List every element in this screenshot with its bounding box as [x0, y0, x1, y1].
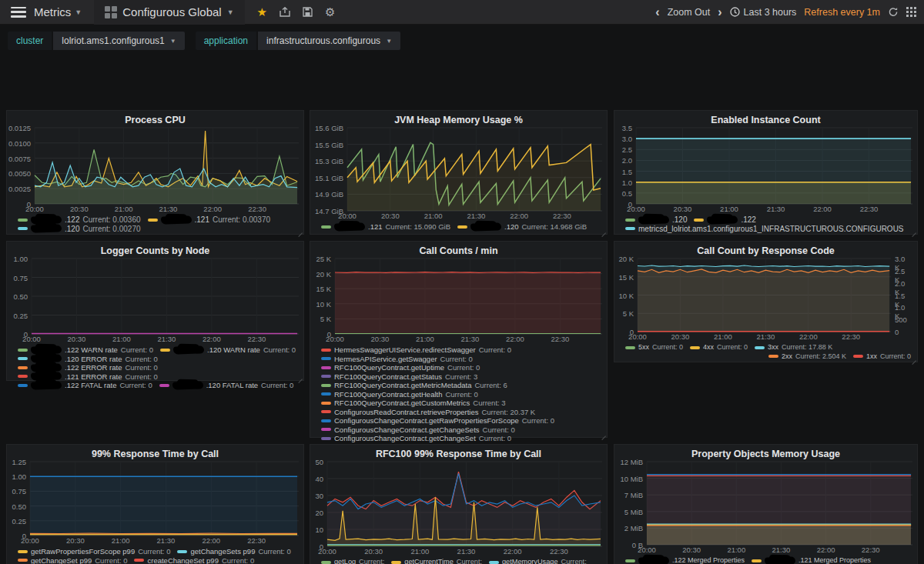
save-button[interactable] — [303, 7, 313, 17]
panel-resize-handle[interactable] — [601, 431, 606, 436]
legend-item[interactable]: RFC100QueryContract.getMetricMetadataCur… — [321, 381, 507, 390]
chart-plot[interactable]: 00.250.500.751.001.25 — [30, 462, 297, 536]
time-range-button[interactable]: Last 3 hours — [730, 7, 797, 18]
time-back-chevron-icon[interactable]: ‹ — [655, 6, 659, 18]
panel-title[interactable]: Process CPU — [7, 111, 303, 126]
refresh-icon[interactable] — [888, 7, 899, 17]
legend-item[interactable]: 4xxCurrent: 0 — [690, 343, 748, 352]
chart-plot[interactable]: 00.250.500.751.00 — [32, 259, 297, 334]
panel-title[interactable]: Call Count by Response Code — [614, 242, 917, 257]
settings-gear-icon[interactable]: ⚙ — [325, 5, 335, 19]
y-axis-tick-label: 20 — [310, 509, 323, 517]
panel-resize-handle[interactable] — [911, 355, 916, 361]
panel-resize-handle[interactable] — [297, 228, 303, 233]
legend-item[interactable]: .120Current: 0.00270 — [18, 225, 141, 234]
legend-swatch — [18, 375, 28, 378]
x-axis-tick-label: 22:00 — [799, 332, 818, 341]
panel-title[interactable]: Enabled Instance Count — [614, 111, 917, 126]
y-axis-tick-label: 1.25 — [7, 458, 26, 466]
legend-series-value: Current: 14.968 GiB — [522, 222, 588, 232]
chart-plot[interactable]: 00.51.01.52.02.53.03.5 — [636, 128, 911, 204]
variable-cluster-dropdown[interactable]: lolriot.ams1.configurous1 ▼ — [53, 32, 184, 50]
legend-item[interactable]: RFC100QueryContract.getStatusCurrent: 3 — [321, 372, 477, 382]
legend-item[interactable]: RFC100QueryContract.getCustomMetricsCurr… — [321, 399, 506, 408]
legend-item[interactable]: .120Current: 14.968 GiB — [457, 222, 587, 232]
panel-title[interactable]: Property Objects Memory Usage — [614, 445, 917, 460]
share-button[interactable] — [280, 7, 290, 17]
legend-item[interactable]: HermesAPIService.getSwaggerCurrent: 0 — [321, 355, 473, 364]
legend-swatch — [148, 219, 158, 222]
panel-99-response-time-by-call: 99% Response Time by Call00.250.500.751.… — [6, 444, 304, 564]
y-axis-tick-label: 5 MiB — [614, 508, 643, 516]
legend-item[interactable]: .121 Merged Properties — [752, 556, 871, 564]
legend-series-value: Current: 0 — [125, 363, 157, 372]
dashboard-picker[interactable]: Configurous Global ▼ — [94, 0, 244, 25]
legend-item[interactable]: RFC100QueryContract.getHealthCurrent: 0 — [321, 390, 478, 399]
legend-item[interactable]: 2xxCurrent: 2.504 K — [768, 352, 846, 362]
legend-item[interactable]: ConfigurousChangeContract.getChangeSetsC… — [321, 426, 515, 435]
panel-resize-handle[interactable] — [601, 228, 606, 233]
apps-grid-icon[interactable] — [906, 7, 916, 17]
legend-series-value: Current: 0 — [263, 345, 296, 355]
panel-title[interactable]: Call Counts / min — [310, 242, 607, 257]
legend-item[interactable]: 1xxCurrent: 0 — [853, 352, 911, 362]
x-axis-tick-label: 20:00 — [25, 205, 44, 213]
legend-item[interactable]: ConfigurousChangeContract.getChangeSetCu… — [321, 434, 511, 443]
x-axis-tick-label: 22:30 — [248, 205, 266, 213]
legend-series-name: .121 Merged Properties — [798, 556, 871, 564]
legend-item[interactable]: RFC100QueryContract.getUptimeCurrent: 0 — [321, 363, 480, 372]
metrics-menu[interactable]: Metrics ▼ — [34, 5, 89, 18]
legend-item[interactable]: .122 FATAL rateCurrent: 0 — [18, 381, 152, 390]
legend-item[interactable]: .122 Merged Properties — [625, 556, 745, 564]
refresh-interval-button[interactable]: Refresh every 1m — [804, 7, 880, 18]
legend-swatch — [755, 346, 765, 349]
legend-swatch — [321, 225, 331, 229]
y-axis-tick-label: 10 K — [614, 292, 634, 300]
legend-item[interactable]: .120 WARN rateCurrent: 0 — [160, 345, 296, 355]
legend-swatch — [321, 402, 331, 405]
variable-application-dropdown[interactable]: infrastructurous.configurous ▼ — [258, 32, 400, 50]
chart-plot[interactable]: 01020304050 — [327, 462, 601, 546]
panel-resize-handle[interactable] — [297, 374, 303, 379]
legend-series-value: Current: 3 — [445, 372, 477, 382]
legend-item[interactable]: .120 FATAL rateCurrent: 0 — [159, 381, 294, 390]
y-axis-tick-label: 10 K — [310, 300, 331, 309]
legend-item[interactable]: .120 — [625, 215, 687, 225]
legend-item[interactable]: getChangeSet p99Current: 0 — [18, 556, 127, 564]
legend-item[interactable]: metricsd_lolriot.ams1.configurous1_INFRA… — [625, 225, 904, 234]
legend-item[interactable]: getLogCurrent: — [321, 558, 384, 564]
x-axis-tick-label: 21:00 — [720, 205, 738, 213]
x-axis-tick-label: 21:00 — [410, 547, 429, 556]
legend-item[interactable]: getChangeSets p99Current: 0 — [177, 547, 290, 556]
time-forward-chevron-icon[interactable]: › — [718, 6, 721, 18]
panel-title[interactable]: 99% Response Time by Call — [7, 445, 303, 460]
chart-plot[interactable]: 00.00250.00500.00750.01000.0125 — [35, 128, 297, 204]
main-menu-icon[interactable] — [11, 7, 26, 18]
panel-title[interactable]: RFC100 99% Response Time by Call — [310, 445, 607, 460]
legend-item[interactable]: getMemoryUsageCurrent: — [489, 558, 587, 564]
chart-plot[interactable]: 0 B2 MiB5 MiB7 MiB10 MiB12 MiB — [647, 462, 911, 545]
legend-swatch — [18, 384, 28, 387]
legend-item[interactable]: ConfigurousChangeContract.getRawProperti… — [321, 416, 554, 426]
star-button[interactable]: ★ — [257, 5, 267, 19]
x-axis-tick-label: 21:30 — [461, 335, 480, 343]
legend-item[interactable]: getCurrentTimeCurrent: — [391, 558, 482, 564]
legend-item[interactable]: ConfigurousReadContract.retrieveProperti… — [321, 408, 535, 417]
legend-item[interactable]: 5xxCurrent: 0 — [625, 343, 683, 352]
legend-item[interactable]: createChangeSet p99Current: 0 — [134, 556, 254, 564]
legend-item[interactable]: 3xxCurrent: 17.88 K — [755, 343, 832, 352]
panel-title[interactable]: JVM Heap Memory Usage % — [310, 111, 607, 126]
legend-item[interactable]: .121Current: 0.00370 — [148, 215, 271, 225]
chart-plot[interactable]: 14.7 GiB14.9 GiB15.1 GiB15.3 GiB15.5 GiB… — [347, 128, 601, 211]
legend-item[interactable]: getRawPropertiesForScope p99Current: 0 — [18, 547, 170, 556]
panel-resize-handle[interactable] — [911, 228, 916, 233]
legend-series-name: RFC100QueryContract.getStatus — [334, 372, 442, 382]
legend-swatch — [489, 561, 499, 564]
chart-plot[interactable]: 05 K10 K15 K20 K25 K — [335, 259, 601, 334]
zoom-out-button[interactable]: Zoom Out — [668, 7, 711, 18]
legend-item[interactable]: .122 — [694, 215, 755, 225]
legend-item[interactable]: HermesSwaggerUIService.redirectSwaggerCu… — [321, 345, 511, 355]
chart-plot[interactable]: 05 K10 K15 K20 K05001.0 K1.5 K2.0 K2.5 K… — [638, 259, 889, 332]
panel-title[interactable]: Logger Counts by Node — [7, 242, 303, 257]
legend-item[interactable]: .121Current: 15.090 GiB — [321, 222, 450, 232]
